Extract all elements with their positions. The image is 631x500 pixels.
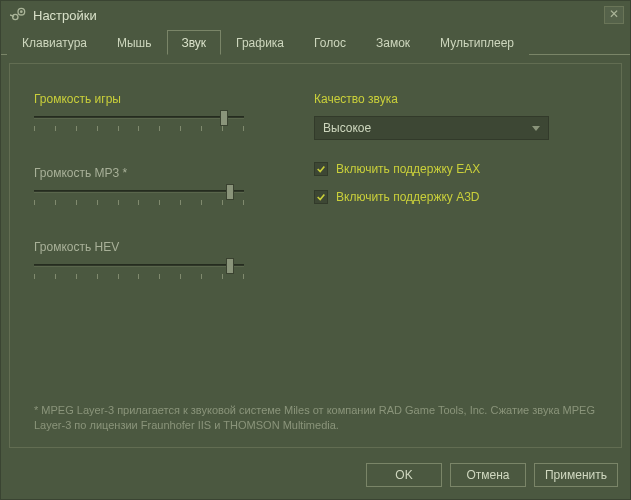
close-icon: ✕ [609, 7, 619, 21]
tab-multiplayer[interactable]: Мультиплеер [425, 30, 529, 55]
sound-quality-dropdown[interactable]: Высокое [314, 116, 549, 140]
mpeg-footnote: * MPEG Layer-3 прилагается к звуковой си… [34, 403, 597, 433]
slider-thumb[interactable] [220, 110, 228, 126]
window-title: Настройки [33, 8, 97, 23]
a3d-checkbox-row[interactable]: Включить поддержку A3D [314, 190, 597, 204]
slider-track [34, 116, 244, 119]
mp3-volume-slider[interactable] [34, 186, 244, 208]
tab-bar: Клавиатура Мышь Звук Графика Голос Замок… [1, 29, 630, 55]
slider-ticks [34, 200, 244, 206]
ok-button[interactable]: OK [366, 463, 442, 487]
dialog-buttons: OK Отмена Применить [366, 463, 618, 487]
hev-volume-label: Громкость HEV [34, 240, 294, 254]
slider-thumb[interactable] [226, 184, 234, 200]
settings-window: Настройки ✕ Клавиатура Мышь Звук Графика… [0, 0, 631, 500]
mp3-volume-label: Громкость MP3 * [34, 166, 294, 180]
titlebar: Настройки ✕ [1, 1, 630, 29]
eax-checkbox[interactable] [314, 162, 328, 176]
game-volume-label: Громкость игры [34, 92, 294, 106]
slider-track [34, 190, 244, 193]
svg-point-2 [20, 10, 23, 13]
cancel-button[interactable]: Отмена [450, 463, 526, 487]
content-panel: Громкость игры Громкость MP3 * [9, 63, 622, 448]
checkmark-icon [316, 164, 326, 174]
tab-keyboard[interactable]: Клавиатура [7, 30, 102, 55]
tab-graphics[interactable]: Графика [221, 30, 299, 55]
tab-lock[interactable]: Замок [361, 30, 425, 55]
chevron-down-icon [532, 126, 540, 131]
hev-volume-slider[interactable] [34, 260, 244, 282]
a3d-checkbox[interactable] [314, 190, 328, 204]
mp3-volume-group: Громкость MP3 * [34, 166, 294, 208]
sliders-column: Громкость игры Громкость MP3 * [34, 92, 294, 314]
eax-checkbox-row[interactable]: Включить поддержку EAX [314, 162, 597, 176]
apply-button[interactable]: Применить [534, 463, 618, 487]
steam-logo-icon [9, 6, 27, 24]
a3d-label: Включить поддержку A3D [336, 190, 480, 204]
slider-ticks [34, 126, 244, 132]
tab-sound[interactable]: Звук [167, 30, 222, 55]
sound-quality-label: Качество звука [314, 92, 597, 106]
tab-voice[interactable]: Голос [299, 30, 361, 55]
options-column: Качество звука Высокое Включить поддержк… [294, 92, 597, 314]
svg-point-0 [13, 14, 18, 19]
eax-label: Включить поддержку EAX [336, 162, 480, 176]
game-volume-slider[interactable] [34, 112, 244, 134]
game-volume-group: Громкость игры [34, 92, 294, 134]
slider-ticks [34, 274, 244, 280]
checkmark-icon [316, 192, 326, 202]
hev-volume-group: Громкость HEV [34, 240, 294, 282]
tab-mouse[interactable]: Мышь [102, 30, 167, 55]
slider-thumb[interactable] [226, 258, 234, 274]
slider-track [34, 264, 244, 267]
dropdown-value: Высокое [323, 121, 371, 135]
close-button[interactable]: ✕ [604, 6, 624, 24]
